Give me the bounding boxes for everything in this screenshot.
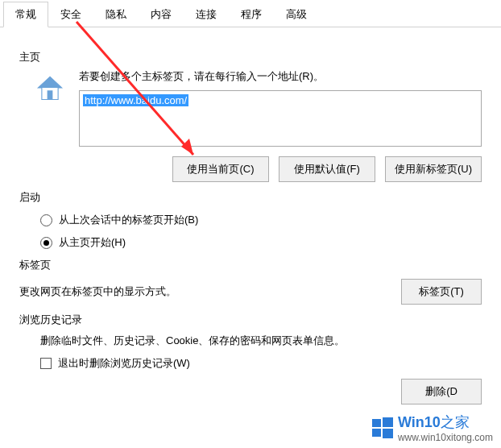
section-home-label: 主页 xyxy=(19,50,482,64)
watermark-url: www.win10xitong.com xyxy=(398,432,493,443)
history-desc: 删除临时文件、历史记录、Cookie、保存的密码和网页表单信息。 xyxy=(40,334,482,348)
home-hint: 若要创建多个主标签页，请在每行输入一个地址(R)。 xyxy=(79,69,482,84)
svg-marker-1 xyxy=(38,77,61,88)
watermark: Win10之家 www.win10xitong.com xyxy=(372,413,493,443)
tab-bar: 常规 安全 隐私 内容 连接 程序 高级 xyxy=(0,0,501,27)
svg-rect-6 xyxy=(383,417,393,427)
tab-advanced[interactable]: 高级 xyxy=(274,2,319,27)
use-default-button[interactable]: 使用默认值(F) xyxy=(279,156,375,182)
use-current-button[interactable]: 使用当前页(C) xyxy=(172,156,269,182)
checkbox-icon xyxy=(40,358,52,369)
section-tabs-label: 标签页 xyxy=(19,258,482,272)
panel-general: 主页 若要创建多个主标签页，请在每行输入一个地址(R)。 http://www.… xyxy=(0,27,501,413)
home-url-input[interactable]: http://www.baidu.com/ xyxy=(79,90,482,147)
delete-history-button[interactable]: 删除(D xyxy=(401,379,482,404)
home-url-value: http://www.baidu.com/ xyxy=(83,94,188,106)
svg-rect-8 xyxy=(383,429,393,438)
radio-icon xyxy=(40,237,52,249)
tab-programs[interactable]: 程序 xyxy=(229,2,274,27)
tabs-desc: 更改网页在标签页中的显示方式。 xyxy=(19,284,176,299)
radio-icon xyxy=(40,214,52,226)
watermark-brand: Win10 xyxy=(398,414,441,430)
delete-on-exit-label: 退出时删除浏览历史记录(W) xyxy=(58,356,190,371)
svg-rect-7 xyxy=(372,429,381,437)
delete-on-exit-option[interactable]: 退出时删除浏览历史记录(W) xyxy=(40,356,482,371)
tab-privacy[interactable]: 隐私 xyxy=(93,2,139,27)
startup-last-session-label: 从上次会话中的标签页开始(B) xyxy=(59,213,198,227)
tab-content[interactable]: 内容 xyxy=(139,2,184,27)
startup-home-label: 从主页开始(H) xyxy=(59,235,126,250)
tab-security[interactable]: 安全 xyxy=(48,2,93,27)
home-icon xyxy=(35,74,64,103)
section-startup-label: 启动 xyxy=(19,190,482,205)
tabs-button[interactable]: 标签页(T) xyxy=(401,279,482,305)
svg-rect-2 xyxy=(48,90,53,99)
startup-home-option[interactable]: 从主页开始(H) xyxy=(40,235,482,250)
tab-connections[interactable]: 连接 xyxy=(184,2,229,27)
windows-logo-icon xyxy=(372,417,393,438)
tab-general[interactable]: 常规 xyxy=(3,2,48,27)
use-newtab-button[interactable]: 使用新标签页(U) xyxy=(385,156,482,182)
watermark-suffix: 之家 xyxy=(441,414,470,430)
startup-last-session-option[interactable]: 从上次会话中的标签页开始(B) xyxy=(40,213,482,227)
svg-rect-5 xyxy=(372,419,381,427)
section-history-label: 浏览历史记录 xyxy=(19,313,482,327)
